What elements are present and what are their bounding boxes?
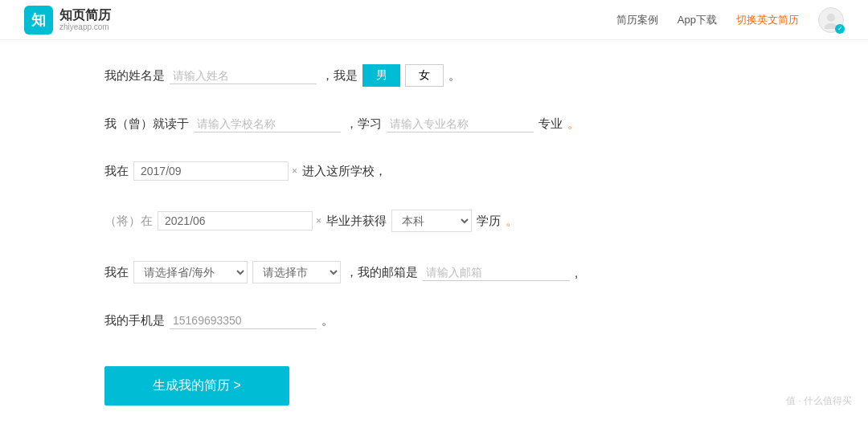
name-input[interactable] [170,67,317,84]
major-input[interactable] [387,116,534,132]
avatar[interactable]: ✓ [818,7,844,33]
footer-watermark: 值 · 什么值得买 [786,394,852,408]
generate-resume-button[interactable]: 生成我的简历 > [104,366,289,406]
school-input[interactable] [194,116,341,132]
logo-sub-text: zhiyeapp.com [59,22,111,32]
main-form: 我的姓名是 ，我是 男 女 。 我（曾）就读于 ，学习 专业。 我在 × 进入这… [72,40,796,424]
graduation-degree-row: （将）在 × 毕业并获得 本科 专科 硕士 博士 高中 学历。 [104,210,764,232]
email-input[interactable] [423,264,570,281]
logo-text: 知页简历 zhiyeapp.com [59,7,111,32]
major-prefix: ，学习 [346,116,382,132]
school-prefix: 我（曾）就读于 [104,116,189,132]
major-period: 。 [567,116,579,132]
phone-suffix: 。 [321,313,334,328]
graduation-date-clear[interactable]: × [316,215,321,226]
phone-row: 我的手机是 。 [104,312,764,329]
major-suffix: 专业 [538,116,563,132]
degree-period: 。 [506,214,518,229]
switch-english-btn[interactable]: 切换英文简历 [736,13,799,27]
gender-suffix: 。 [448,68,461,84]
avatar-check-icon: ✓ [835,24,845,34]
graduation-date-input[interactable] [158,211,313,230]
logo-container: 知 知页简历 zhiyeapp.com [24,6,111,35]
enrollment-date-wrapper: × [133,161,297,181]
enrollment-prefix: 我在 [104,164,129,179]
enrollment-date-row: 我在 × 进入这所学校， [104,161,764,181]
gender-male-button[interactable]: 男 [362,64,400,87]
degree-select[interactable]: 本科 专科 硕士 博士 高中 [391,210,472,232]
province-select[interactable]: 请选择省/海外 北京 上海 广东 海外 [133,261,248,283]
graduation-date-wrapper: × [158,211,321,230]
svg-point-0 [827,14,835,22]
logo-main-text: 知页简历 [59,7,111,22]
nav-app-download[interactable]: App下载 [678,13,717,27]
city-select[interactable]: 请选择市 北京市 上海市 广州市 [252,261,341,283]
phone-input[interactable] [170,312,317,329]
school-major-row: 我（曾）就读于 ，学习 专业。 [104,116,764,132]
location-prefix: 我在 [104,265,129,280]
location-email-row: 我在 请选择省/海外 北京 上海 广东 海外 请选择市 北京市 上海市 广州市 … [104,261,764,283]
degree-suffix: 学历 [477,214,501,229]
email-prefix: ，我的邮箱是 [346,265,418,280]
name-gender-row: 我的姓名是 ，我是 男 女 。 [104,64,764,87]
header-nav: 简历案例 App下载 切换英文简历 ✓ [616,7,844,33]
logo-icon: 知 [24,6,53,35]
enrollment-date-input[interactable] [133,161,289,181]
gender-female-button[interactable]: 女 [405,64,444,87]
enrollment-date-clear[interactable]: × [292,165,297,177]
name-label: 我的姓名是 [104,68,165,84]
bracket-prefix: （将）在 [104,214,153,229]
header: 知 知页简历 zhiyeapp.com 简历案例 App下载 切换英文简历 ✓ [0,0,868,40]
enrollment-suffix: 进入这所学校， [302,164,387,179]
nav-resume-cases[interactable]: 简历案例 [616,13,658,27]
graduation-middle: 毕业并获得 [326,214,387,229]
email-comma: , [575,266,578,279]
gender-prefix: ，我是 [321,68,358,84]
phone-prefix: 我的手机是 [104,313,165,328]
